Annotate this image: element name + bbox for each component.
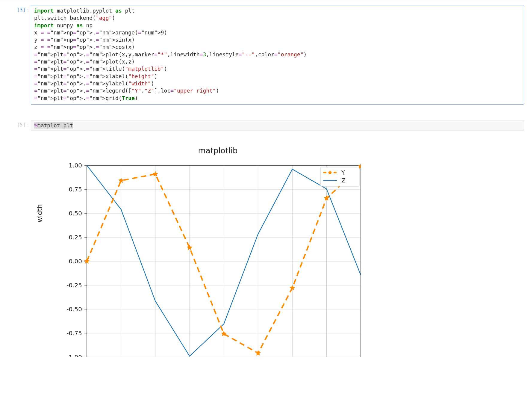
code-editor[interactable]: %matplot plt [31,120,524,131]
code-cell[interactable]: [3]: import matplotlib.pyplot as plt plt… [0,3,527,106]
y-tick-label: 0.50 [69,210,82,217]
y-axis-label: width [36,204,43,223]
y-tick-label: -0.75 [66,330,82,337]
code-editor[interactable]: import matplotlib.pyplot as plt plt.swit… [31,5,524,105]
y-tick-label: -0.50 [66,306,82,313]
chart-title: matplotlib [198,146,237,155]
y-tick-label: 0.75 [69,186,82,193]
legend-entry-y: Y [341,169,345,176]
legend [320,167,359,186]
cell-prompt: [5]: [0,120,31,128]
legend-entry-z: Z [341,177,346,184]
matplotlib-figure: matplotlibwidth-1.00-0.75-0.50-0.250.000… [31,141,527,357]
output-area: matplotlibwidth-1.00-0.75-0.50-0.250.000… [31,141,527,357]
code-cell[interactable]: [5]: %matplot plt [0,118,527,132]
keyword-import: import [34,7,54,14]
y-tick-label: 0.25 [69,234,82,241]
y-tick-label: 0.00 [69,258,82,265]
chart-svg: matplotlibwidth-1.00-0.75-0.50-0.250.000… [31,141,361,357]
cell-prompt: [3]: [0,5,31,13]
y-tick-label: 1.00 [69,162,82,169]
y-tick-label: -1.00 [66,353,82,357]
y-tick-label: -0.25 [66,282,82,289]
